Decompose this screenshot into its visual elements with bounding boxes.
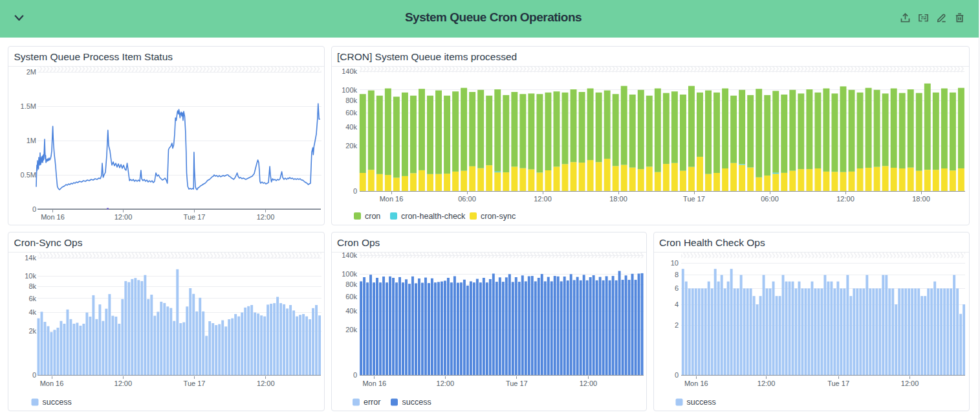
svg-text:4k: 4k (28, 308, 36, 316)
svg-text:20k: 20k (345, 142, 357, 150)
svg-text:2M: 2M (27, 68, 36, 76)
svg-text:success: success (43, 398, 72, 407)
svg-text:success: success (402, 398, 431, 407)
svg-text:40k: 40k (345, 123, 357, 131)
svg-text:4: 4 (675, 300, 679, 308)
svg-text:8: 8 (675, 271, 679, 278)
svg-text:12:00: 12:00 (257, 379, 275, 387)
svg-text:0: 0 (353, 371, 357, 379)
svg-text:6k: 6k (28, 295, 36, 302)
svg-text:0: 0 (32, 205, 36, 213)
svg-text:Mon 16: Mon 16 (40, 379, 64, 387)
svg-text:12:00: 12:00 (836, 195, 855, 203)
svg-text:6: 6 (675, 284, 679, 292)
svg-text:1M: 1M (27, 137, 36, 144)
svg-text:Tue 17: Tue 17 (506, 379, 528, 387)
svg-text:12:00: 12:00 (580, 379, 598, 387)
svg-text:06:00: 06:00 (761, 195, 779, 203)
svg-text:0: 0 (32, 371, 36, 379)
svg-text:12:00: 12:00 (257, 213, 275, 221)
svg-text:cron-health-check: cron-health-check (401, 212, 466, 221)
svg-text:cron-sync: cron-sync (481, 212, 516, 221)
svg-text:100k: 100k (342, 270, 357, 278)
svg-text:60k: 60k (345, 293, 357, 300)
svg-text:06:00: 06:00 (458, 195, 476, 203)
svg-text:cron: cron (365, 212, 380, 221)
svg-text:80k: 80k (345, 280, 357, 288)
svg-text:10k: 10k (25, 272, 36, 280)
svg-text:100k: 100k (342, 86, 357, 94)
svg-text:0.5M: 0.5M (21, 171, 36, 179)
svg-text:Mon 16: Mon 16 (362, 379, 386, 387)
svg-text:Tue 17: Tue 17 (827, 379, 849, 387)
svg-text:20k: 20k (345, 326, 357, 334)
svg-text:12:00: 12:00 (901, 379, 919, 387)
svg-text:Mon 16: Mon 16 (41, 213, 65, 221)
svg-text:2: 2 (675, 321, 679, 329)
svg-text:40k: 40k (345, 307, 357, 315)
svg-text:12:00: 12:00 (114, 379, 133, 387)
svg-text:Mon 16: Mon 16 (380, 195, 404, 203)
svg-text:12:00: 12:00 (437, 379, 455, 387)
svg-text:Tue 17: Tue 17 (184, 213, 206, 221)
svg-text:18:00: 18:00 (609, 195, 627, 203)
svg-text:8k: 8k (28, 282, 36, 290)
svg-text:80k: 80k (345, 96, 357, 104)
svg-text:1.5M: 1.5M (21, 102, 36, 110)
svg-text:18:00: 18:00 (912, 195, 930, 203)
svg-text:2k: 2k (28, 327, 36, 335)
svg-text:12:00: 12:00 (114, 213, 133, 221)
svg-text:10: 10 (671, 259, 679, 267)
svg-text:14k: 14k (25, 254, 36, 262)
svg-text:success: success (687, 398, 716, 407)
svg-text:0: 0 (675, 371, 679, 379)
svg-text:Mon 16: Mon 16 (684, 379, 708, 387)
svg-text:60k: 60k (345, 109, 357, 117)
svg-text:Tue 17: Tue 17 (184, 379, 206, 387)
svg-text:0: 0 (353, 187, 357, 195)
svg-text:error: error (364, 398, 380, 407)
svg-text:12:00: 12:00 (534, 195, 552, 203)
svg-text:Tue 17: Tue 17 (683, 195, 705, 203)
svg-text:140k: 140k (342, 67, 357, 75)
svg-text:12:00: 12:00 (757, 379, 776, 387)
svg-text:140k: 140k (342, 251, 357, 259)
